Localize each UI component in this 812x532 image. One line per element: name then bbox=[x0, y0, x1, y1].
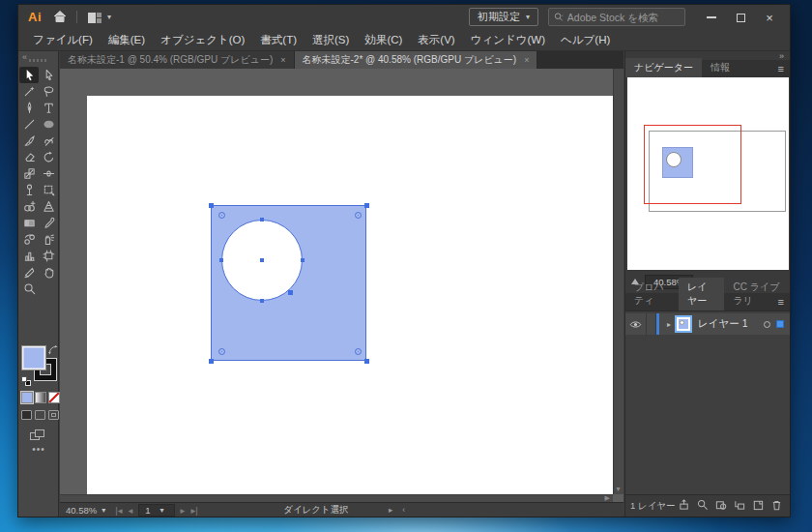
menu-item-7[interactable]: ウィンドウ(W) bbox=[464, 31, 552, 49]
new-layer-icon[interactable] bbox=[752, 497, 764, 515]
arrange-documents-icon[interactable] bbox=[88, 13, 102, 23]
anchor-point[interactable] bbox=[301, 258, 304, 262]
anchor-point[interactable] bbox=[260, 218, 264, 222]
close-tab-icon[interactable]: × bbox=[280, 55, 285, 65]
artboard-number-dropdown[interactable]: 1 ▾ bbox=[138, 504, 174, 517]
minimize-button[interactable] bbox=[697, 7, 726, 28]
default-fill-stroke-icon[interactable] bbox=[21, 376, 31, 386]
delete-icon[interactable] bbox=[770, 497, 782, 515]
selected-anchor-point[interactable] bbox=[288, 290, 293, 295]
close-tab-icon[interactable]: × bbox=[524, 55, 529, 65]
anchor-point[interactable] bbox=[364, 203, 369, 208]
menu-item-1[interactable]: 編集(E) bbox=[102, 31, 152, 49]
perspective-grid-tool[interactable] bbox=[39, 198, 58, 215]
paintbrush-tool[interactable] bbox=[19, 133, 39, 149]
swap-fill-stroke-icon[interactable] bbox=[48, 345, 58, 355]
draw-normal-button[interactable] bbox=[21, 410, 32, 420]
type-tool[interactable] bbox=[39, 100, 58, 116]
search-input[interactable] bbox=[567, 12, 680, 23]
layer-name[interactable]: レイヤー 1 bbox=[698, 317, 764, 331]
blend-tool[interactable] bbox=[19, 231, 39, 248]
collect-for-export-icon[interactable] bbox=[679, 497, 690, 515]
menu-item-5[interactable]: 効果(C) bbox=[358, 31, 409, 49]
corner-widget[interactable] bbox=[355, 212, 362, 219]
magic-wand-tool[interactable] bbox=[19, 83, 39, 100]
anchor-point[interactable] bbox=[209, 359, 214, 364]
panels-tab-0[interactable]: プロパティ bbox=[625, 278, 679, 310]
new-sublayer-icon[interactable] bbox=[734, 497, 745, 515]
menu-item-4[interactable]: 選択(S) bbox=[305, 31, 356, 49]
selection-indicator[interactable] bbox=[776, 320, 784, 328]
navigator-preview[interactable] bbox=[627, 77, 789, 270]
shaper-tool[interactable] bbox=[39, 133, 58, 149]
panel-grip[interactable] bbox=[29, 59, 48, 62]
menu-item-2[interactable]: オブジェクト(O) bbox=[154, 31, 251, 49]
layer-row[interactable]: ▸ レイヤー 1 bbox=[625, 313, 790, 335]
anchor-point[interactable] bbox=[209, 203, 214, 208]
edit-toolbar-ellipsis[interactable]: ••• bbox=[18, 444, 59, 455]
artboard[interactable] bbox=[87, 96, 613, 496]
zoom-level-dropdown[interactable]: 40.58% ▾ bbox=[60, 505, 111, 516]
layer-thumbnail[interactable] bbox=[675, 315, 692, 333]
hand-tool[interactable] bbox=[39, 264, 58, 281]
lock-cell[interactable] bbox=[647, 313, 656, 335]
expand-layer-icon[interactable]: ▸ bbox=[667, 320, 671, 329]
close-button[interactable]: × bbox=[755, 7, 784, 28]
menu-item-3[interactable]: 書式(T) bbox=[253, 31, 304, 49]
selection-tool[interactable] bbox=[19, 67, 39, 83]
eraser-tool[interactable] bbox=[19, 149, 39, 165]
corner-widget[interactable] bbox=[218, 212, 225, 219]
menu-item-0[interactable]: ファイル(F) bbox=[26, 31, 100, 49]
canvas[interactable]: ▼ ▶ bbox=[60, 69, 624, 502]
clipping-mask-icon[interactable] bbox=[715, 497, 727, 515]
shape-builder-tool[interactable] bbox=[19, 198, 39, 215]
free-transform-tool[interactable] bbox=[39, 182, 58, 198]
navigator-panel-menu-icon[interactable]: ≡ bbox=[778, 63, 784, 74]
center-point[interactable] bbox=[260, 258, 264, 262]
corner-widget[interactable] bbox=[218, 348, 225, 355]
draw-inside-button[interactable] bbox=[48, 410, 59, 420]
document-tab-1[interactable]: 名称未設定-1 @ 50.4% (RGB/GPU プレビュー)× bbox=[60, 51, 295, 69]
width-tool[interactable] bbox=[39, 165, 58, 182]
next-artboard-icon[interactable]: ▸ bbox=[181, 505, 186, 516]
status-collapse-icon[interactable]: ‹ bbox=[402, 505, 405, 515]
color-button[interactable] bbox=[21, 392, 33, 403]
navigator-tab-1[interactable]: 情報 bbox=[702, 58, 739, 77]
puppet-warp-tool[interactable] bbox=[19, 182, 39, 198]
prev-artboard-icon[interactable]: ◂ bbox=[129, 505, 133, 516]
horizontal-scrollbar[interactable]: ▶ bbox=[60, 494, 613, 502]
corner-widget[interactable] bbox=[355, 348, 362, 355]
locate-object-icon[interactable] bbox=[697, 497, 709, 515]
screen-mode-button[interactable] bbox=[30, 429, 45, 441]
fill-swatch[interactable] bbox=[22, 346, 45, 369]
target-circle-icon[interactable] bbox=[764, 321, 770, 328]
collapse-panel-icon[interactable]: « bbox=[22, 52, 27, 62]
lasso-tool[interactable] bbox=[39, 83, 58, 100]
panels-tab-1[interactable]: レイヤー bbox=[679, 278, 724, 310]
gradient-tool[interactable] bbox=[19, 215, 39, 231]
status-expand-icon[interactable]: ▸ bbox=[389, 505, 392, 515]
draw-behind-button[interactable] bbox=[35, 410, 45, 420]
panels-panel-menu-icon[interactable]: ≡ bbox=[778, 296, 784, 308]
navigator-view-rectangle[interactable] bbox=[644, 125, 741, 204]
workspace-switcher[interactable]: 初期設定 ▾ bbox=[469, 8, 538, 26]
vertical-scrollbar[interactable]: ▼ bbox=[613, 69, 624, 494]
first-artboard-icon[interactable]: |◂ bbox=[115, 505, 122, 516]
direct-selection-tool[interactable] bbox=[39, 67, 58, 83]
document-tab-2[interactable]: 名称未設定-2* @ 40.58% (RGB/GPU プレビュー)× bbox=[295, 51, 538, 69]
eyedropper-tool[interactable] bbox=[39, 215, 58, 231]
menu-item-6[interactable]: 表示(V) bbox=[411, 31, 461, 49]
maximize-button[interactable] bbox=[726, 7, 755, 28]
visibility-eye-icon[interactable] bbox=[625, 313, 647, 335]
rotate-tool[interactable] bbox=[39, 149, 58, 165]
column-graph-tool[interactable] bbox=[19, 248, 39, 264]
artboard-tool[interactable] bbox=[39, 248, 58, 264]
anchor-point[interactable] bbox=[219, 258, 223, 262]
gradient-button[interactable] bbox=[35, 392, 46, 403]
line-segment-tool[interactable] bbox=[19, 116, 39, 133]
arrange-documents-caret[interactable]: ▾ bbox=[107, 13, 111, 21]
none-button[interactable] bbox=[48, 392, 60, 403]
anchor-point[interactable] bbox=[260, 299, 264, 303]
ellipse-tool[interactable] bbox=[39, 116, 58, 133]
scale-tool[interactable] bbox=[19, 165, 39, 182]
